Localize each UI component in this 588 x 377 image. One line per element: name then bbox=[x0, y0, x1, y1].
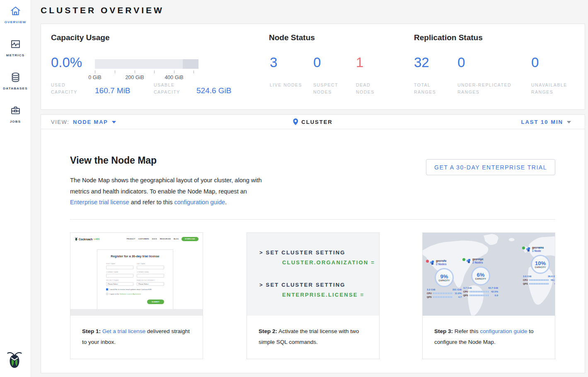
qps-value: 4.7 bbox=[454, 296, 462, 298]
step-1-card: Cockroach LABS PRODUCT CUSTOMERS DOCS RE… bbox=[70, 232, 203, 359]
sidebar-item-label: METRICS bbox=[0, 53, 31, 57]
gauge-tick bbox=[154, 70, 155, 73]
sidebar-item-overview[interactable]: OVERVIEW bbox=[0, 0, 31, 33]
nodes-cubes-icon bbox=[526, 246, 531, 254]
sidebar-item-metrics[interactable]: METRICS bbox=[0, 33, 31, 66]
gauge-tick-label: 200 GiB bbox=[125, 75, 144, 80]
sidebar-item-label: OVERVIEW bbox=[0, 20, 31, 24]
qps-bar bbox=[433, 296, 453, 298]
unavailable-ranges-value: 0 bbox=[531, 56, 539, 69]
gauge-tick bbox=[95, 70, 95, 73]
gauge-tick bbox=[194, 70, 194, 73]
step-1-caption: Step 1: Get a trial license delivered st… bbox=[70, 316, 203, 348]
download-button: DOWNLOAD bbox=[181, 237, 198, 241]
submit-button: SUBMIT bbox=[147, 300, 164, 304]
checkbox-label: I would like to receive email updates ab… bbox=[109, 288, 152, 290]
total-capacity: 331 GiB bbox=[452, 288, 462, 291]
last-name-input bbox=[137, 266, 164, 269]
cockroach-labs-logo: Cockroach LABS bbox=[75, 237, 99, 241]
gauge-tick-label: 400 GiB bbox=[165, 75, 183, 80]
view-selector-label: VIEW: bbox=[51, 119, 69, 125]
cpu-bar bbox=[433, 292, 453, 294]
company-name-input bbox=[106, 274, 133, 278]
locality-name: geo=ams bbox=[532, 246, 544, 249]
sidebar-item-databases[interactable]: DATABASES bbox=[0, 66, 31, 99]
sidebar-item-label: JOBS bbox=[0, 120, 31, 123]
description-text: . bbox=[225, 199, 227, 205]
sql-argument: ENTERPRISE.LICENSE = bbox=[282, 292, 364, 298]
sql-command: > SET CLUSTER SETTING bbox=[259, 282, 346, 288]
sidebar-item-jobs[interactable]: JOBS bbox=[0, 99, 31, 133]
qps-label: QPS bbox=[523, 283, 528, 285]
cpu-label: CPU bbox=[463, 290, 468, 293]
configuration-guide-link[interactable]: configuration guide bbox=[174, 199, 225, 205]
step-number: Step 1: bbox=[82, 328, 101, 334]
enterprise-trial-license-link[interactable]: Enterprise trial license bbox=[70, 199, 129, 205]
suspect-nodes-value: 0 bbox=[313, 56, 321, 69]
get-trial-license-link[interactable]: Get a trial license bbox=[102, 328, 145, 334]
gauge-tick bbox=[135, 70, 135, 73]
logo-suffix: LABS bbox=[94, 238, 100, 240]
used-capacity: 3.2 GiB bbox=[427, 288, 436, 291]
chevron-down-icon bbox=[567, 121, 571, 123]
node-map-section: View the Node Map The Node Map shows the… bbox=[41, 129, 585, 373]
sql-command: > SET CLUSTER SETTING bbox=[259, 249, 346, 256]
nodes-cubes-icon bbox=[467, 258, 471, 265]
total-ranges-label: TOTAL RANGES bbox=[414, 82, 444, 96]
field-label: FIRST NAME bbox=[106, 263, 133, 265]
step-3-caption: Step 3: Refer this configuration guide t… bbox=[423, 316, 555, 348]
locality-badge-sfo: geo=sfo 2 Nodes 9% CAPACITY 3.2 GiB 331 … bbox=[426, 259, 462, 298]
locality-node-count: 2 Nodes bbox=[436, 263, 446, 266]
used-capacity-label: USED CAPACITY bbox=[51, 82, 81, 96]
section-heading: View the Node Map bbox=[70, 155, 157, 166]
cpu-label: CPU bbox=[523, 279, 528, 281]
suspect-nodes-label: SUSPECT NODES bbox=[313, 82, 346, 96]
nav-resources: RESOURCES bbox=[160, 238, 171, 240]
form-title: Register for a 30-day trial license bbox=[97, 254, 173, 258]
nav-product: PRODUCT bbox=[127, 238, 136, 240]
step-2-card: > SET CLUSTER SETTING CLUSTER.ORGANIZATI… bbox=[247, 232, 380, 359]
checkbox-label: I agree to the Software License Agreemen… bbox=[109, 293, 141, 295]
total-ranges-value: 32 bbox=[414, 56, 429, 69]
capacity-percent: 6% bbox=[477, 272, 485, 278]
view-selector[interactable]: VIEW: NODE MAP bbox=[51, 115, 116, 129]
field-label: PROJECT PHASE bbox=[106, 280, 133, 281]
warning-status-icon bbox=[426, 260, 429, 263]
company-email-input bbox=[137, 274, 164, 278]
under-replicated-ranges-label: UNDER-REPLICATED RANGES bbox=[457, 82, 528, 96]
cluster-overview-page: OVERVIEW METRICS DATABASES bbox=[0, 0, 588, 377]
time-range-selector[interactable]: LAST 10 MIN bbox=[521, 115, 571, 129]
first-name-input bbox=[106, 266, 133, 269]
cluster-summary-panel: Capacity Usage 0.0% 0 GiB 200 GiB 400 Gi… bbox=[41, 24, 585, 110]
node-status-title: Node Status bbox=[269, 33, 315, 42]
sidebar-item-label: DATABASES bbox=[0, 87, 31, 90]
enterprise-trial-button[interactable]: GET A 30-DAY ENTERPRISE TRIAL bbox=[426, 159, 555, 175]
total-capacity: 43.7 GiB bbox=[488, 287, 498, 289]
field-label: COMPANY NAME bbox=[106, 271, 133, 273]
cpu-bar bbox=[529, 279, 549, 281]
site-nav: PRODUCT CUSTOMERS DOCS RESOURCES BLOG DO… bbox=[127, 237, 198, 241]
nav-customers: CUSTOMERS bbox=[138, 238, 149, 240]
capacity-label: CAPACITY bbox=[535, 266, 546, 268]
qps-label: QPS bbox=[427, 296, 432, 298]
trial-registration-form: Register for a 30-day trial license FIRS… bbox=[97, 249, 173, 310]
step-number: Step 3: bbox=[434, 328, 453, 334]
gauge-tick bbox=[174, 70, 174, 73]
capacity-gauge bbox=[95, 59, 198, 69]
logo-text: Cockroach bbox=[79, 238, 93, 241]
cpu-value: 11.0% bbox=[454, 292, 462, 295]
locality-name: geo=sfo bbox=[436, 259, 446, 263]
nav-docs: DOCS bbox=[152, 238, 157, 240]
time-range-value: LAST 10 MIN bbox=[521, 119, 563, 125]
dead-nodes-value: 1 bbox=[356, 56, 363, 69]
used-capacity: 3.6 GiB bbox=[523, 275, 532, 278]
unavailable-ranges-label: UNAVAILABLE RANGES bbox=[531, 82, 581, 96]
used-capacity-value: 160.7 MiB bbox=[95, 86, 131, 95]
node-map-preview-image: geo=sfo 2 Nodes 9% CAPACITY 3.2 GiB 331 … bbox=[423, 233, 555, 316]
breadcrumb[interactable]: CLUSTER bbox=[293, 115, 332, 129]
locality-node-count: 2 Nodes bbox=[472, 261, 484, 264]
cpu-label: CPU bbox=[427, 292, 432, 295]
qps-value: 6.4 bbox=[550, 283, 555, 285]
reason-select: Please Select bbox=[137, 282, 164, 286]
configuration-guide-link[interactable]: configuration guide bbox=[480, 328, 527, 334]
